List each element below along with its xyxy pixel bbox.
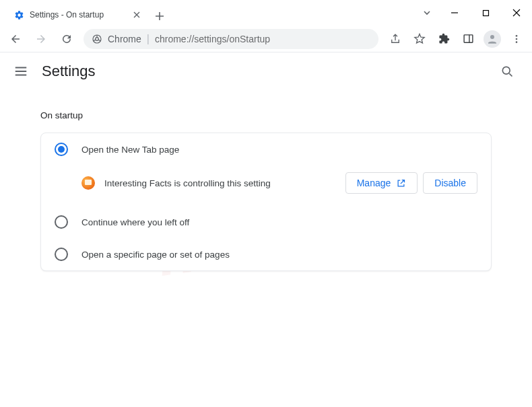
browser-tab[interactable]: Settings - On startup <box>5 4 150 26</box>
option-label: Open a specific page or set of pages <box>81 250 230 260</box>
svg-point-6 <box>516 38 518 40</box>
radio-unselected[interactable] <box>55 215 68 229</box>
profile-avatar[interactable] <box>481 29 504 49</box>
forward-button[interactable] <box>30 29 53 49</box>
sidepanel-icon[interactable] <box>457 29 479 49</box>
radio-selected[interactable] <box>55 143 68 156</box>
omnibox-prefix: Chrome <box>108 34 141 44</box>
kebab-menu-icon[interactable] <box>505 29 528 49</box>
option-label: Continue where you left off <box>81 217 189 227</box>
address-bar[interactable]: Chrome | chrome://settings/onStartup <box>84 29 378 49</box>
settings-header: Settings <box>0 52 532 90</box>
avatar-icon <box>484 30 501 48</box>
svg-point-4 <box>490 35 494 39</box>
page-title: Settings <box>42 63 96 80</box>
radio-unselected[interactable] <box>55 248 68 261</box>
chrome-icon <box>92 34 102 44</box>
back-button[interactable] <box>4 29 27 49</box>
window-titlebar: Settings - On startup <box>0 0 532 26</box>
section-label: On startup <box>40 110 492 120</box>
svg-point-7 <box>516 41 518 43</box>
disable-button[interactable]: Disable <box>423 172 477 194</box>
manage-button[interactable]: Manage <box>345 172 418 194</box>
omnibox-divider: | <box>147 33 149 45</box>
maximize-button[interactable] <box>470 0 501 26</box>
external-link-icon <box>396 178 406 188</box>
extension-notice-text: Interesting Facts is controlling this se… <box>104 178 336 188</box>
gear-icon <box>13 9 24 20</box>
minimize-button[interactable] <box>439 0 470 26</box>
new-tab-button[interactable] <box>150 6 169 26</box>
option-specific-pages[interactable]: Open a specific page or set of pages <box>41 238 491 270</box>
close-icon[interactable] <box>131 9 142 20</box>
option-new-tab[interactable]: Open the New Tab page <box>41 133 491 165</box>
startup-card: Open the New Tab page Interesting Facts … <box>40 133 492 271</box>
reload-button[interactable] <box>55 29 78 49</box>
menu-icon[interactable] <box>13 64 28 79</box>
svg-point-8 <box>502 67 510 74</box>
tab-title: Settings - On startup <box>30 10 126 20</box>
svg-rect-3 <box>464 35 473 42</box>
extension-icon <box>81 176 95 190</box>
settings-content: On startup Open the New Tab page Interes… <box>0 90 532 285</box>
extensions-icon[interactable] <box>432 29 455 49</box>
browser-toolbar: Chrome | chrome://settings/onStartup <box>0 26 532 52</box>
disable-label: Disable <box>434 178 466 188</box>
share-icon[interactable] <box>384 29 407 49</box>
manage-label: Manage <box>357 178 391 188</box>
extension-notice-row: Interesting Facts is controlling this se… <box>41 165 491 206</box>
svg-point-2 <box>96 37 99 40</box>
omnibox-path: chrome://settings/onStartup <box>155 34 270 44</box>
option-label: Open the New Tab page <box>81 145 179 155</box>
chevron-down-icon[interactable] <box>415 0 439 26</box>
svg-rect-0 <box>483 10 488 15</box>
bookmark-icon[interactable] <box>408 29 431 49</box>
window-controls <box>415 0 532 26</box>
svg-point-5 <box>516 35 518 37</box>
option-continue[interactable]: Continue where you left off <box>41 206 491 238</box>
close-window-button[interactable] <box>501 0 532 26</box>
search-icon[interactable] <box>496 61 519 81</box>
